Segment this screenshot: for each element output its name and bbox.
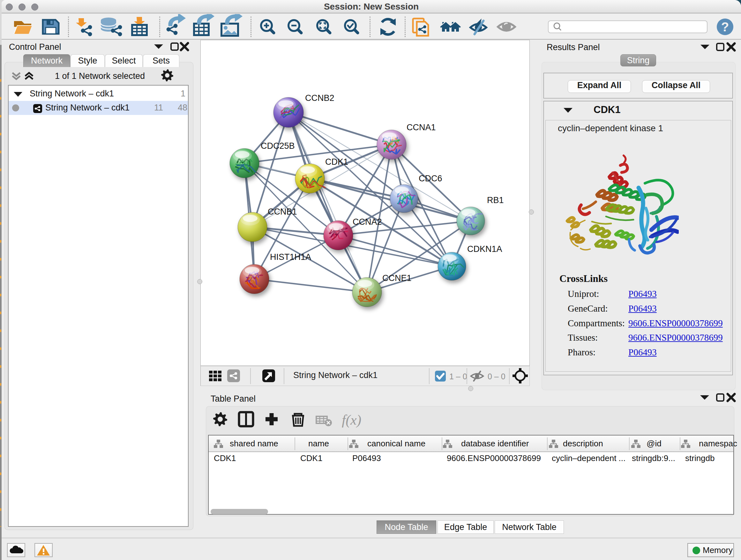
svg-text:?: ? xyxy=(721,20,729,34)
svg-text:CDC25B: CDC25B xyxy=(261,141,295,151)
svg-text:CCNB2: CCNB2 xyxy=(305,93,334,103)
svg-text:CCNB1: CCNB1 xyxy=(268,207,297,216)
svg-text:CDC6: CDC6 xyxy=(419,174,442,183)
svg-text:CCNA1: CCNA1 xyxy=(407,123,436,132)
svg-text:RB1: RB1 xyxy=(487,195,504,205)
svg-text:CDK1: CDK1 xyxy=(325,157,348,167)
svg-text:f(x): f(x) xyxy=(342,412,361,428)
svg-text:CDKN1A: CDKN1A xyxy=(467,244,502,254)
svg-text:CCNA2: CCNA2 xyxy=(353,217,382,227)
svg-text:HIST1H1A: HIST1H1A xyxy=(270,252,311,262)
svg-text:CCNE1: CCNE1 xyxy=(382,273,412,283)
